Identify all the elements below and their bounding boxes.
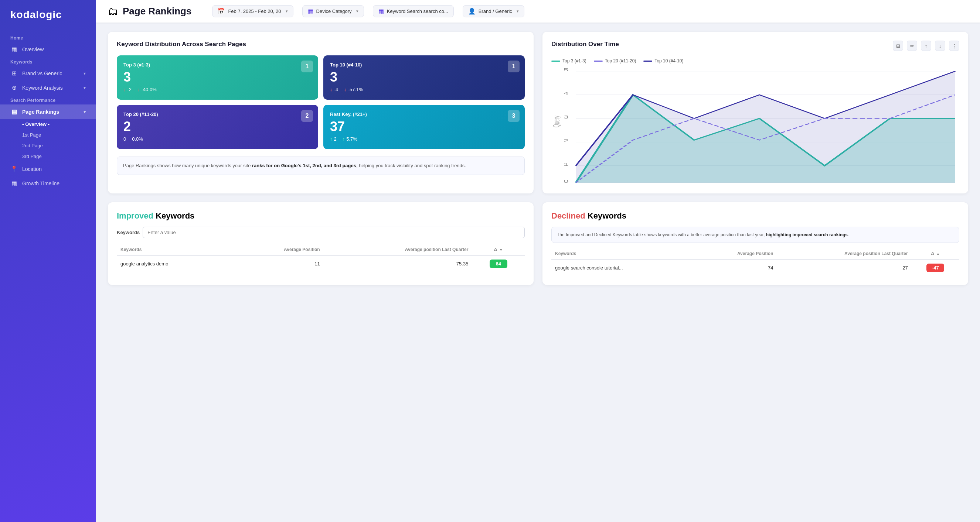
kd-card-grid: 1 Top 3 (#1-3) 3 ↓ -2 ↓ -40.0% — [117, 56, 525, 149]
chevron-down-icon: ▾ — [84, 71, 86, 76]
sidebar-item-label: Brand vs Generic — [22, 70, 62, 76]
sidebar-item-growth-timeline[interactable]: ▦ Growth Timeline — [0, 176, 96, 190]
kd-badge-top10: 1 — [508, 60, 520, 72]
more-options-button[interactable]: ⋮ — [949, 41, 959, 51]
declined-label: Declined — [551, 211, 585, 221]
growth-timeline-icon: ▦ — [10, 180, 18, 187]
sidebar-sub-item-3rd-page[interactable]: 3rd Page — [0, 151, 96, 162]
date-range-filter[interactable]: 📅 Feb 7, 2025 - Feb 20, 20 ▾ — [212, 5, 293, 17]
cell-keyword-declined: google search console tutorial... — [551, 260, 694, 276]
legend-label-top3: Top 3 (#1-3) — [562, 58, 587, 63]
svg-marker-14 — [576, 71, 955, 183]
section-label-keywords: Keywords — [0, 57, 96, 66]
calendar-icon: 📅 — [218, 8, 225, 15]
kd-count-top20: 0 — [123, 136, 126, 142]
section-label-home: Home — [0, 32, 96, 42]
kd-card-top20: 2 Top 20 (#11-20) 2 0 0.0% — [117, 105, 318, 149]
main-area: 🗂 Page Rankings 📅 Feb 7, 2025 - Feb 20, … — [96, 0, 980, 522]
arrow-down-icon: ↓ — [137, 87, 140, 92]
sidebar-item-label: Location — [22, 166, 42, 172]
keyword-icon: ▦ — [379, 8, 384, 15]
kd-label-top3: Top 3 (#1-3) — [123, 62, 312, 68]
brand-generic-filter[interactable]: 👤 Brand / Generic ▾ — [463, 5, 524, 17]
chevron-down-icon: ▾ — [286, 9, 288, 14]
kd-pct-top10: ↓ -57.1% — [344, 87, 363, 92]
sidebar-item-keyword-analysis[interactable]: ⊕ Keyword Analysis ▾ — [0, 81, 96, 95]
keyword-distribution-panel: Keyword Distribution Across Search Pages… — [108, 32, 534, 194]
kd-card-rest: 3 Rest Key. (#21+) 37 ↑ 2 ↑ 5.7% — [323, 105, 525, 149]
improved-keywords-panel: Improved Keywords Keywords Keywords Aver… — [108, 202, 534, 285]
kd-card-top10: 1 Top 10 (#4-10) 3 ↓ -4 ↓ -57.1% — [323, 56, 525, 100]
keyword-search-filter[interactable]: ▦ Keyword Search search co... — [373, 5, 454, 17]
cell-delta-declined: -47 — [912, 260, 959, 276]
bottom-row: Improved Keywords Keywords Keywords Aver… — [108, 202, 968, 285]
declined-keywords-table: Keywords Average Position Average positi… — [551, 248, 959, 276]
cell-delta: 64 — [472, 255, 525, 272]
keyword-analysis-icon: ⊕ — [10, 84, 18, 91]
arrow-down-icon: ↓ — [330, 87, 332, 92]
legend-line-top10 — [643, 60, 652, 62]
col-header-avg-pos-last-q-improved: Average position Last Quarter — [324, 244, 472, 255]
chart-area: 5 4 3 2 1 0 Query — [551, 67, 959, 185]
legend-line-top20 — [594, 60, 603, 62]
brand-icon: 👤 — [468, 8, 476, 15]
kd-count-top10: ↓ -4 — [330, 87, 338, 92]
keyword-distribution-title: Keyword Distribution Across Search Pages — [117, 41, 525, 48]
legend-line-top3 — [551, 60, 560, 62]
content-area: Keyword Distribution Across Search Pages… — [96, 23, 980, 522]
kd-count-top3: ↓ -2 — [123, 87, 132, 92]
col-header-delta-improved[interactable]: Δ ▼ — [472, 244, 525, 255]
table-row: google search console tutorial... 74 27 … — [551, 260, 959, 276]
kd-card-top3: 1 Top 3 (#1-3) 3 ↓ -2 ↓ -40.0% — [117, 56, 318, 100]
page-rankings-icon: ▤ — [10, 108, 18, 115]
device-category-filter[interactable]: ▦ Device Category ▾ — [302, 5, 364, 17]
col-header-avg-pos-last-q-declined: Average position Last Quarter — [777, 248, 911, 260]
sidebar-item-location[interactable]: 📍 Location — [0, 162, 96, 176]
kd-value-top20: 2 — [123, 120, 312, 133]
col-header-delta-declined[interactable]: Δ ▲ — [912, 248, 959, 260]
arrow-down-icon: ↓ — [123, 87, 126, 92]
top-row: Keyword Distribution Across Search Pages… — [108, 32, 968, 194]
edit-chart-button[interactable]: ✏ — [907, 41, 917, 51]
delta-badge-positive: 64 — [490, 260, 508, 268]
move-down-button[interactable]: ↓ — [935, 41, 945, 51]
svg-text:4: 4 — [563, 91, 569, 95]
distribution-time-title: Distribution Over Time — [551, 41, 619, 48]
cell-keyword: google analytics demo — [117, 255, 232, 272]
table-row: google analytics demo 11 75.35 64 — [117, 255, 525, 272]
kd-info-box: Page Rankings shows how many unique keyw… — [117, 157, 525, 175]
cell-avg-pos-last-q-declined: 27 — [777, 260, 911, 276]
kd-pct-rest: ↑ 5.7% — [342, 136, 357, 142]
kd-pct-top20: 0.0% — [132, 136, 143, 142]
header-title-area: 🗂 Page Rankings — [108, 5, 191, 17]
svg-text:3: 3 — [563, 114, 569, 119]
sidebar-item-page-rankings[interactable]: ▤ Page Rankings ▾ — [0, 105, 96, 119]
declined-keywords-title: Declined Keywords — [551, 211, 959, 221]
improved-keywords-search-input[interactable] — [143, 227, 525, 238]
brand-generic-icon: ⊞ — [10, 70, 18, 77]
svg-text:0: 0 — [563, 179, 569, 184]
legend-label-top10: Top 10 (#4-10) — [654, 58, 683, 63]
location-icon: 📍 — [10, 165, 18, 172]
device-icon: ▦ — [308, 8, 313, 15]
expand-chart-button[interactable]: ⊞ — [893, 41, 903, 51]
improved-label: Improved — [117, 211, 153, 221]
sidebar-sub-item-overview[interactable]: Overview • — [0, 119, 96, 130]
sidebar-item-brand-vs-generic[interactable]: ⊞ Brand vs Generic ▾ — [0, 66, 96, 81]
sidebar-item-overview[interactable]: ▦ Overview — [0, 42, 96, 57]
sidebar-sub-item-1st-page[interactable]: 1st Page — [0, 130, 96, 140]
delta-badge-negative: -47 — [926, 263, 944, 272]
kd-value-top3: 3 — [123, 70, 312, 84]
col-header-keyword-declined: Keywords — [551, 248, 694, 260]
svg-text:Query: Query — [551, 116, 561, 127]
move-up-button[interactable]: ↑ — [921, 41, 931, 51]
keywords-label-2: Keywords — [587, 211, 626, 221]
kd-label-top10: Top 10 (#4-10) — [330, 62, 518, 68]
legend-top10: Top 10 (#4-10) — [643, 58, 683, 63]
sidebar-sub-item-2nd-page[interactable]: 2nd Page — [0, 140, 96, 151]
svg-text:1: 1 — [563, 162, 569, 167]
legend-label-top20: Top 20 (#11-20) — [605, 58, 636, 63]
device-category-label: Device Category — [316, 8, 352, 14]
kd-pct-top3: ↓ -40.0% — [137, 87, 157, 92]
kd-count-rest: ↑ 2 — [330, 136, 337, 142]
